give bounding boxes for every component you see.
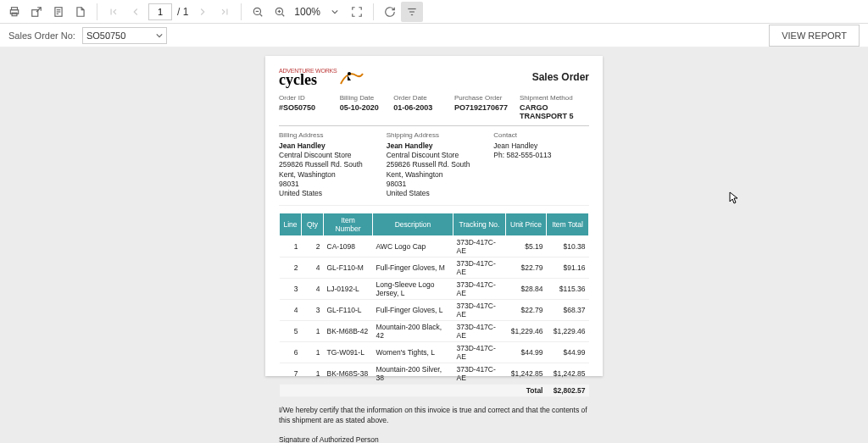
shipping-name: Jean Handley [387,141,482,151]
ship-method-value: CARGO TRANSPORT 5 [520,103,589,120]
svg-point-20 [348,72,351,75]
shipping-line: United States [387,189,482,198]
logo-text-bottom: cycles [279,74,337,86]
shipping-line: Central Discount Store [387,151,482,160]
cell-item-no: LJ-0192-L [324,278,373,299]
report-viewer: ADVENTURE WORKS cycles Sales Order Order… [0,47,868,443]
zoom-level-label: 100% [291,6,324,18]
cell-item-no: BK-M68B-42 [324,320,373,341]
shipping-line: Kent, Washington [387,170,482,180]
table-header-row: Line Qty Item Number Description Trackin… [280,213,589,235]
order-id-label: Order ID [279,94,328,102]
cell-line: 2 [280,257,302,278]
chevron-down-icon [156,32,163,39]
cell-desc: Long-Sleeve Logo Jersey, L [373,278,453,299]
parameters-toggle-icon[interactable] [401,2,423,22]
cell-unit-price: $5.19 [506,235,547,257]
billing-line: 98031 [279,180,375,189]
contact-title: Contact [493,131,589,139]
table-row: 61TG-W091-LWomen's Tights, L373D-417C-AE… [280,341,589,363]
shipping-title: Shipping Address [387,131,482,139]
billing-line: United States [279,189,375,198]
billing-line: 259826 Russell Rd. South [279,160,375,169]
billing-title: Billing Address [279,131,375,139]
zoom-dropdown-icon[interactable] [324,2,346,22]
signature-label: Signature of Authorized Person [279,435,589,443]
cell-tracking: 373D-417C-AE [453,257,506,278]
billing-line: Central Discount Store [279,151,375,160]
po-value: PO7192170677 [454,103,508,112]
table-row: 51BK-M68B-42Mountain-200 Black, 42373D-4… [280,320,589,341]
contact-info: Contact Jean Handley Ph: 582-555-0113 [493,131,589,197]
last-page-icon[interactable] [214,2,236,22]
cell-unit-price: $22.79 [506,257,547,278]
document-icon[interactable] [47,2,70,22]
cell-desc: Mountain-200 Silver, 38 [373,363,453,384]
contact-phone: Ph: 582-555-0113 [493,151,589,160]
cell-item-no: TG-W091-L [324,341,373,363]
shipping-line: 259826 Russell Rd. South [387,160,482,169]
po-label: Purchase Order [454,94,508,102]
svg-rect-2 [12,13,17,16]
cell-item-total: $44.99 [547,341,589,363]
cell-line: 3 [280,278,302,299]
cell-qty: 1 [302,363,324,384]
parameter-bar: Sales Order No: SO50750 VIEW REPORT [0,24,868,47]
export-icon[interactable] [25,2,47,22]
cell-item-no: CA-1098 [324,235,373,257]
billing-date-label: Billing Date [340,94,381,102]
table-row: 24GL-F110-MFull-Finger Gloves, M373D-417… [280,257,589,278]
th-unit-price: Unit Price [506,213,547,235]
order-date-value: 01-06-2003 [393,103,442,112]
page-setup-icon[interactable] [70,2,92,22]
cell-tracking: 373D-417C-AE [453,278,506,299]
report-page: ADVENTURE WORKS cycles Sales Order Order… [265,56,603,376]
sales-order-select[interactable]: SO50750 [82,27,167,44]
cell-item-no: BK-M68S-38 [324,363,373,384]
cell-qty: 4 [302,257,324,278]
cell-unit-price: $1,229.46 [506,320,547,341]
shipping-line: 98031 [387,180,482,189]
zoom-in-icon[interactable] [269,2,291,22]
cell-item-total: $115.36 [547,278,589,299]
billing-name: Jean Handley [279,141,375,151]
th-desc: Description [373,213,453,235]
cell-unit-price: $22.79 [506,299,547,320]
page-total-label: / 1 [174,6,192,18]
total-row: Total $2,802.57 [280,384,589,396]
cell-unit-price: $1,242.85 [506,363,547,384]
cell-qty: 2 [302,235,324,257]
refresh-icon[interactable] [379,2,401,22]
first-page-icon[interactable] [103,2,125,22]
total-label: Total [280,384,547,396]
next-page-icon[interactable] [192,2,214,22]
prev-page-icon[interactable] [125,2,147,22]
table-row: 34LJ-0192-LLong-Sleeve Logo Jersey, L373… [280,278,589,299]
report-toolbar: / 1 100% [0,0,868,24]
separator [373,3,374,20]
separator [241,3,242,20]
th-qty: Qty [302,213,324,235]
page-number-input[interactable] [148,3,172,20]
report-title: Sales Order [532,71,589,83]
cell-item-total: $68.37 [547,299,589,320]
fit-page-icon[interactable] [346,2,368,22]
th-tracking: Tracking No. [453,213,506,235]
logo-swoosh-icon [339,69,364,86]
billing-address: Billing Address Jean Handley Central Dis… [279,131,375,197]
print-icon[interactable] [3,2,25,22]
cell-desc: Full-Finger Gloves, M [373,257,453,278]
cell-item-no: GL-F110-L [324,299,373,320]
cell-item-total: $1,229.46 [547,320,589,341]
cell-qty: 1 [302,320,324,341]
shipping-address: Shipping Address Jean Handley Central Di… [387,131,482,197]
order-date-label: Order Date [393,94,442,102]
zoom-out-icon[interactable] [247,2,269,22]
cell-item-total: $91.16 [547,257,589,278]
svg-line-11 [260,14,263,16]
cell-qty: 4 [302,278,324,299]
table-row: 12CA-1098AWC Logo Cap373D-417C-AE$5.19$1… [280,235,589,257]
separator [97,3,97,20]
cell-line: 5 [280,320,302,341]
view-report-button[interactable]: VIEW REPORT [769,25,860,47]
